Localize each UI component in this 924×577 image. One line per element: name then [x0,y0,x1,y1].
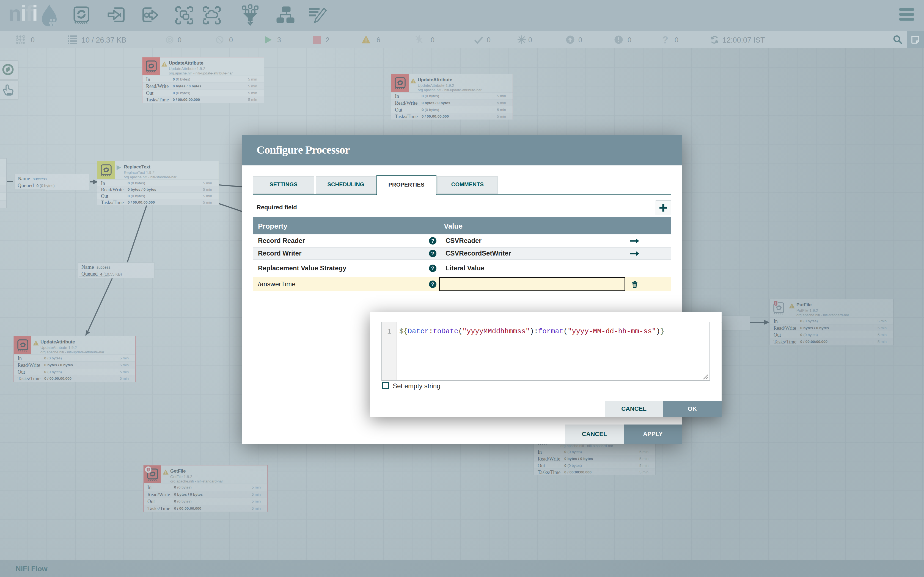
svg-text:?: ? [431,238,435,244]
svg-text:?: ? [431,251,435,256]
svg-text:?: ? [431,266,435,271]
svg-text:?: ? [431,281,435,287]
